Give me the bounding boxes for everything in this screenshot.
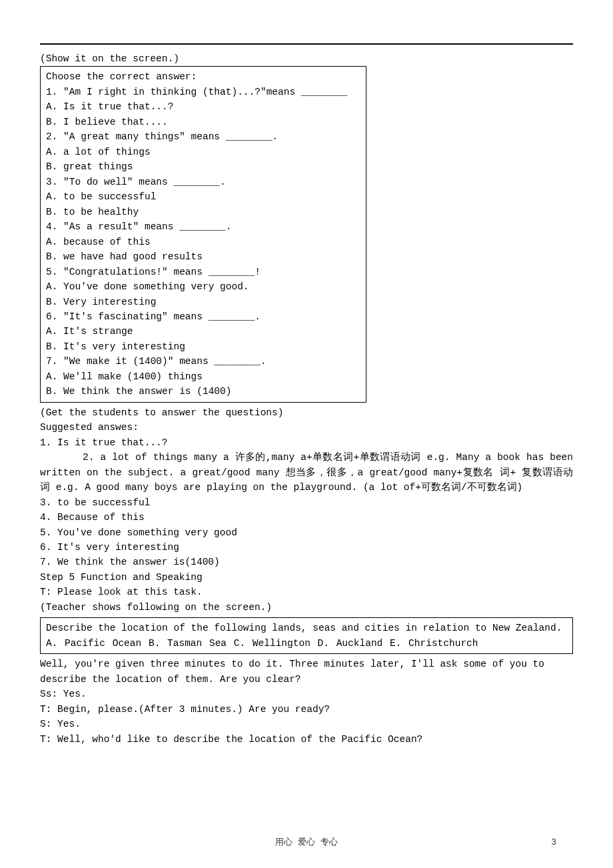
q7: 7. "We make it (1400)" means ________.: [46, 354, 360, 369]
q3-b: B. to be healthy: [46, 205, 360, 219]
page: (Show it on the screen.) Choose the corr…: [0, 0, 613, 868]
after-quiz-2: Suggested answes:: [40, 420, 573, 435]
answer-1: 1. Is it true that...?: [40, 435, 573, 450]
q1-a: A. Is it true that...?: [46, 99, 360, 114]
q6: 6. "It's fascinating" means ________.: [46, 309, 360, 324]
answer-6: 6. It's very interesting: [40, 540, 573, 555]
tail-1: Well, you're given three minutes to do i…: [40, 657, 573, 671]
q2-a: A. a lot of things: [46, 145, 360, 159]
location-box: Describe the location of the following l…: [40, 617, 573, 654]
footer-motto: 用心 爱心 专心: [0, 836, 613, 849]
after-quiz-1: (Get the students to answer the question…: [40, 405, 573, 420]
tail-4: T: Begin, please.(After 3 minutes.) Are …: [40, 702, 573, 717]
page-number: 3: [551, 836, 556, 849]
tail-2: describe the location of them. Are you c…: [40, 672, 573, 687]
answer-7: 7. We think the answer is(1400): [40, 555, 573, 569]
q7-b: B. We think the answer is (1400): [46, 384, 360, 399]
tail-6: T: Well, who'd like to describe the loca…: [40, 732, 573, 747]
q2-b: B. great things: [46, 159, 360, 174]
location-options: A. Pacific Ocean B. Tasman Sea C. Wellin…: [46, 636, 567, 651]
q2: 2. "A great many things" means ________.: [46, 129, 360, 144]
q4-a: A. because of this: [46, 235, 360, 249]
tail-5: S: Yes.: [40, 717, 573, 731]
teacher-line-2: (Teacher shows following on the screen.): [40, 600, 573, 615]
quiz-box: Choose the correct answer: 1. "Am I righ…: [40, 66, 366, 402]
top-divider: [40, 43, 573, 45]
location-instruction: Describe the location of the following l…: [46, 621, 567, 635]
step-5: Step 5 Function and Speaking: [40, 570, 573, 585]
answer-5: 5. You've done something very good: [40, 525, 573, 540]
answer-4: 4. Because of this: [40, 510, 573, 525]
q5: 5. "Congratulations!" means ________!: [46, 265, 360, 279]
q3: 3. "To do well" means ________.: [46, 175, 360, 189]
answer-2: 2. a lot of things many a 许多的,many a+单数名…: [40, 450, 573, 495]
q7-a: A. We'll make (1400) things: [46, 369, 360, 384]
quiz-heading: Choose the correct answer:: [46, 69, 360, 84]
q5-b: B. Very interesting: [46, 295, 360, 309]
intro-line: (Show it on the screen.): [40, 51, 573, 66]
q1-b: B. I believe that....: [46, 115, 360, 129]
q3-a: A. to be successful: [46, 189, 360, 204]
q5-a: A. You've done something very good.: [46, 279, 360, 294]
q6-a: A. It's strange: [46, 324, 360, 339]
q4-b: B. we have had good results: [46, 249, 360, 264]
q4: 4. "As a result" means ________.: [46, 219, 360, 234]
tail-3: Ss: Yes.: [40, 687, 573, 701]
q6-b: B. It's very interesting: [46, 339, 360, 354]
answer-3: 3. to be successful: [40, 495, 573, 510]
teacher-line-1: T: Please look at this task.: [40, 585, 573, 599]
q1: 1. "Am I right in thinking (that)...?"me…: [46, 85, 360, 99]
